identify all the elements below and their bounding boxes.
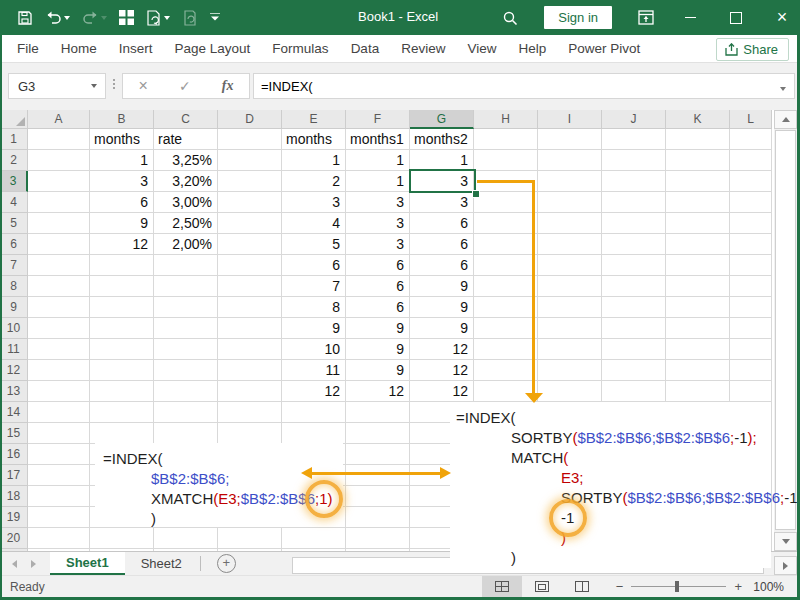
cell-L6[interactable]	[730, 234, 772, 255]
ribbon-tab-help[interactable]: Help	[507, 35, 557, 62]
cell-L8[interactable]	[730, 276, 772, 297]
row-header-2[interactable]: 2	[0, 150, 28, 171]
ribbon-tab-file[interactable]: File	[6, 35, 50, 62]
ribbon-tab-data[interactable]: Data	[340, 35, 391, 62]
row-header-13[interactable]: 13	[0, 381, 28, 402]
cell-A5[interactable]	[28, 213, 90, 234]
cell-D12[interactable]	[218, 360, 282, 381]
row-header-17[interactable]: 17	[0, 465, 28, 486]
cell-B12[interactable]	[90, 360, 154, 381]
normal-view-button[interactable]	[482, 576, 522, 597]
cell-B2[interactable]: 1	[90, 150, 154, 171]
cell-I5[interactable]	[538, 213, 602, 234]
cell-F4[interactable]: 3	[346, 192, 410, 213]
cell-H9[interactable]	[474, 297, 538, 318]
cell-F6[interactable]: 3	[346, 234, 410, 255]
formula-bar-resize-handle[interactable]	[113, 79, 115, 89]
redo-dropdown-icon[interactable]	[101, 16, 107, 20]
quick-print-icon[interactable]	[179, 7, 201, 29]
ribbon-tab-review[interactable]: Review	[390, 35, 456, 62]
minimize-button[interactable]	[680, 8, 700, 28]
column-header-J[interactable]: J	[602, 110, 666, 129]
search-icon[interactable]	[502, 10, 518, 26]
cell-C15[interactable]	[154, 423, 218, 444]
cell-D6[interactable]	[218, 234, 282, 255]
cell-A14[interactable]	[28, 402, 90, 423]
undo-icon[interactable]	[42, 7, 73, 29]
cell-E3[interactable]: 2	[282, 171, 346, 192]
cell-B15[interactable]	[90, 423, 154, 444]
row-header-8[interactable]: 8	[0, 276, 28, 297]
ribbon-display-options-icon[interactable]	[638, 10, 654, 25]
cell-A18[interactable]	[28, 486, 90, 507]
cell-G10[interactable]: 9	[410, 318, 474, 339]
cell-G6[interactable]: 6	[410, 234, 474, 255]
cell-A6[interactable]	[28, 234, 90, 255]
sheet-tab-sheet1[interactable]: Sheet1	[50, 552, 125, 575]
column-header-I[interactable]: I	[538, 110, 602, 129]
column-header-G[interactable]: G	[410, 110, 474, 129]
cell-C5[interactable]: 2,50%	[154, 213, 218, 234]
cell-K10[interactable]	[666, 318, 730, 339]
customize-qat-icon[interactable]	[207, 7, 223, 29]
sign-in-button[interactable]: Sign in	[544, 6, 612, 29]
column-header-D[interactable]: D	[218, 110, 282, 129]
cell-F16[interactable]	[346, 444, 410, 465]
row-header-1[interactable]: 1	[0, 129, 28, 150]
column-header-L[interactable]: L	[730, 110, 772, 129]
prev-sheet-icon[interactable]	[12, 560, 17, 568]
cell-C1[interactable]: rate	[154, 129, 218, 150]
row-header-9[interactable]: 9	[0, 297, 28, 318]
ribbon-tab-view[interactable]: View	[456, 35, 507, 62]
cell-E20[interactable]	[282, 528, 346, 549]
cell-G4[interactable]: 3	[410, 192, 474, 213]
cancel-icon[interactable]: ×	[139, 77, 148, 95]
redo-icon[interactable]	[79, 7, 110, 29]
cell-L9[interactable]	[730, 297, 772, 318]
column-header-H[interactable]: H	[474, 110, 538, 129]
cell-G2[interactable]: 1	[410, 150, 474, 171]
cell-B9[interactable]	[90, 297, 154, 318]
cell-I7[interactable]	[538, 255, 602, 276]
cell-K11[interactable]	[666, 339, 730, 360]
cell-H2[interactable]	[474, 150, 538, 171]
cell-H10[interactable]	[474, 318, 538, 339]
undo-dropdown-icon[interactable]	[64, 16, 70, 20]
row-header-5[interactable]: 5	[0, 213, 28, 234]
cell-I4[interactable]	[538, 192, 602, 213]
cell-F17[interactable]	[346, 465, 410, 486]
cell-J2[interactable]	[602, 150, 666, 171]
row-header-7[interactable]: 7	[0, 255, 28, 276]
cell-A7[interactable]	[28, 255, 90, 276]
cell-K8[interactable]	[666, 276, 730, 297]
cell-D20[interactable]	[218, 528, 282, 549]
cell-G9[interactable]: 9	[410, 297, 474, 318]
cell-G13[interactable]: 12	[410, 381, 474, 402]
cell-C4[interactable]: 3,00%	[154, 192, 218, 213]
ribbon-tab-page-layout[interactable]: Page Layout	[164, 35, 262, 62]
cell-K6[interactable]	[666, 234, 730, 255]
cell-J10[interactable]	[602, 318, 666, 339]
cell-A12[interactable]	[28, 360, 90, 381]
cell-B7[interactable]	[90, 255, 154, 276]
cell-F10[interactable]: 9	[346, 318, 410, 339]
cell-J7[interactable]	[602, 255, 666, 276]
cell-A15[interactable]	[28, 423, 90, 444]
cell-J3[interactable]	[602, 171, 666, 192]
cell-B6[interactable]: 12	[90, 234, 154, 255]
cell-D4[interactable]	[218, 192, 282, 213]
cell-I13[interactable]	[538, 381, 602, 402]
column-header-A[interactable]: A	[28, 110, 90, 129]
cell-E11[interactable]: 10	[282, 339, 346, 360]
cell-L4[interactable]	[730, 192, 772, 213]
cell-K3[interactable]	[666, 171, 730, 192]
cell-G8[interactable]: 9	[410, 276, 474, 297]
cell-L2[interactable]	[730, 150, 772, 171]
cell-K12[interactable]	[666, 360, 730, 381]
cell-G1[interactable]: months2	[410, 129, 474, 150]
expand-formula-bar-icon[interactable]	[778, 79, 786, 94]
cell-I6[interactable]	[538, 234, 602, 255]
cell-K1[interactable]	[666, 129, 730, 150]
cell-F15[interactable]	[346, 423, 410, 444]
cell-F12[interactable]: 9	[346, 360, 410, 381]
